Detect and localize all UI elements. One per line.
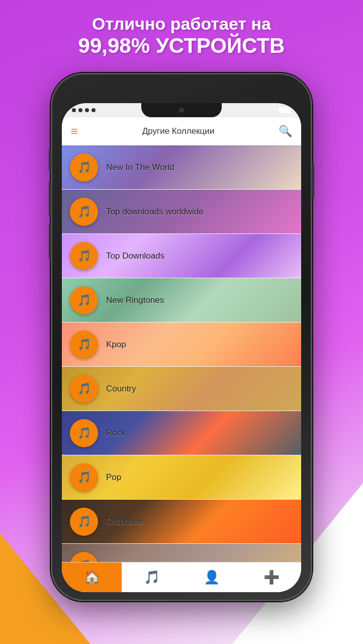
list-item-icon-wrap-4: 🎵 xyxy=(70,286,98,314)
list-item-icon-wrap-2: 🎵 xyxy=(70,198,98,226)
nav-item-home[interactable]: 🏠 xyxy=(62,562,122,592)
list-item-bg-10 xyxy=(62,544,301,562)
app-bar-title: Другие Коллекции xyxy=(142,126,215,136)
list-item-icon-wrap-8: 🎵 xyxy=(70,463,98,492)
music-note-icon-3: 🎵 xyxy=(77,250,91,263)
notch xyxy=(141,103,222,117)
status-dot-4 xyxy=(92,108,96,112)
list-item-5[interactable]: 🎵 Kpop xyxy=(62,323,301,367)
status-dots xyxy=(72,108,96,112)
music-note-icon-9: 🎵 xyxy=(77,515,91,528)
list-item-4[interactable]: 🎵 New Ringtones xyxy=(62,278,301,323)
list-item-icon-wrap-9: 🎵 xyxy=(70,508,98,536)
status-dot-3 xyxy=(85,108,89,112)
collection-icon: 🎵 xyxy=(144,570,160,585)
nav-item-collection[interactable]: 🎵 xyxy=(122,562,182,592)
add-icon: ➕ xyxy=(263,570,280,585)
list-item-1[interactable]: 🎵 New In The World xyxy=(62,145,301,190)
list-item-label-8: Pop xyxy=(106,472,121,482)
nav-item-add[interactable]: ➕ xyxy=(241,562,301,592)
header-line1: Отлично работает на xyxy=(0,14,363,34)
music-note-icon-2: 🎵 xyxy=(77,205,91,218)
list-item-8[interactable]: 🎵 Pop xyxy=(62,455,301,500)
header-text: Отлично работает на 99,98% УСТРОЙСТВ xyxy=(0,14,363,58)
list-item-label-2: Top downloads worldwide xyxy=(106,207,204,217)
list-item-label-10: Christian xyxy=(106,561,140,562)
list-item-label-6: Country xyxy=(106,384,136,394)
side-button-left3 xyxy=(49,224,51,259)
list-item-icon-wrap-3: 🎵 xyxy=(70,242,98,270)
music-note-icon-5: 🎵 xyxy=(77,338,91,351)
music-note-icon-10: 🎵 xyxy=(77,559,91,562)
list-item-label-5: Kpop xyxy=(106,340,126,350)
list-item-icon-wrap-5: 🎵 xyxy=(70,331,98,359)
list-item-label-7: Rock xyxy=(106,428,126,438)
list-item-label-3: Top Downloads xyxy=(106,251,164,261)
side-button-right xyxy=(312,164,314,199)
list-item-icon-wrap-1: 🎵 xyxy=(70,153,98,182)
profile-icon: 👤 xyxy=(204,570,220,585)
nav-item-profile[interactable]: 👤 xyxy=(182,562,241,592)
status-dot-2 xyxy=(78,108,82,112)
list-item-10[interactable]: 🎵 Christian xyxy=(62,544,301,562)
app-bar: ≡ Другие Коллекции 🔍 xyxy=(62,117,301,145)
list-item-label-4: New Ringtones xyxy=(106,295,164,305)
list-item-3[interactable]: 🎵 Top Downloads xyxy=(62,234,301,278)
hamburger-icon[interactable]: ≡ xyxy=(71,125,78,137)
music-note-icon-7: 🎵 xyxy=(77,427,91,440)
side-button-left1 xyxy=(49,148,51,171)
header-line2: 99,98% УСТРОЙСТВ xyxy=(0,34,363,58)
bottom-nav: 🏠 🎵 👤 ➕ xyxy=(62,562,301,592)
status-battery xyxy=(279,107,291,113)
home-icon: 🏠 xyxy=(84,570,100,585)
phone: ≡ Другие Коллекции 🔍 🎵 New In The World … xyxy=(51,73,312,601)
phone-screen: ≡ Другие Коллекции 🔍 🎵 New In The World … xyxy=(62,103,301,592)
music-note-icon-8: 🎵 xyxy=(77,471,91,484)
music-note-icon-1: 🎵 xyxy=(77,161,91,174)
status-dot-1 xyxy=(72,108,76,112)
list-item-7[interactable]: 🎵 Rock xyxy=(62,411,301,455)
list-item-icon-wrap-6: 🎵 xyxy=(70,375,98,403)
list-item-9[interactable]: 🎵 Oldphone xyxy=(62,500,301,544)
phone-shell: ≡ Другие Коллекции 🔍 🎵 New In The World … xyxy=(51,73,312,601)
side-button-left2 xyxy=(49,181,51,216)
music-note-icon-6: 🎵 xyxy=(77,382,91,395)
search-icon[interactable]: 🔍 xyxy=(279,125,292,138)
list-item-icon-wrap-7: 🎵 xyxy=(70,419,98,447)
list-item-label-1: New In The World xyxy=(106,163,174,173)
list-item-6[interactable]: 🎵 Country xyxy=(62,367,301,411)
list-item-2[interactable]: 🎵 Top downloads worldwide xyxy=(62,190,301,234)
notch-camera xyxy=(179,108,184,113)
list-area: 🎵 New In The World 🎵 Top downloads world… xyxy=(62,145,301,562)
list-item-label-9: Oldphone xyxy=(106,517,143,527)
music-note-icon-4: 🎵 xyxy=(77,294,91,307)
